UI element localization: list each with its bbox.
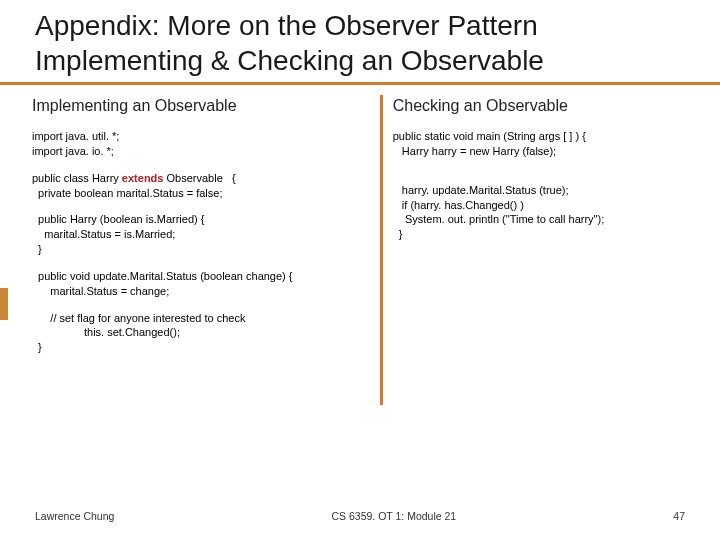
right-column: Checking an Observable public static voi… xyxy=(383,97,691,540)
spacer xyxy=(32,299,370,311)
slide: Appendix: More on the Observer Pattern I… xyxy=(0,0,720,540)
footer-author: Lawrence Chung xyxy=(35,510,114,522)
title-line-2: Implementing & Checking an Observable xyxy=(35,43,685,78)
spacer xyxy=(32,257,370,269)
left-code-class: public class Harry extends Observable { … xyxy=(32,171,370,201)
left-code-method: public void update.Marital.Status (boole… xyxy=(32,269,370,299)
page-number: 47 xyxy=(673,510,685,522)
content-area: Implementing an Observable import java. … xyxy=(0,85,720,540)
right-code-body: harry. update.Marital.Status (true); if … xyxy=(393,183,691,242)
keyword-extends: extends xyxy=(122,172,164,184)
right-code-main: public static void main (String args [ ]… xyxy=(393,129,691,159)
spacer xyxy=(32,200,370,212)
right-heading: Checking an Observable xyxy=(393,97,691,115)
footer: Lawrence Chung CS 6359. OT 1: Module 21 … xyxy=(0,510,720,522)
left-code-comment: // set flag for anyone interested to che… xyxy=(32,311,370,356)
title-block: Appendix: More on the Observer Pattern I… xyxy=(0,0,720,85)
left-heading: Implementing an Observable xyxy=(32,97,370,115)
spacer xyxy=(393,159,691,183)
footer-course: CS 6359. OT 1: Module 21 xyxy=(331,510,456,522)
title-line-1: Appendix: More on the Observer Pattern xyxy=(35,8,685,43)
left-column: Implementing an Observable import java. … xyxy=(32,97,380,540)
accent-bar xyxy=(0,288,8,320)
code-text: public class Harry xyxy=(32,172,122,184)
left-code-imports: import java. util. *; import java. io. *… xyxy=(32,129,370,159)
left-code-constructor: public Harry (boolean is.Married) { mari… xyxy=(32,212,370,257)
spacer xyxy=(32,159,370,171)
